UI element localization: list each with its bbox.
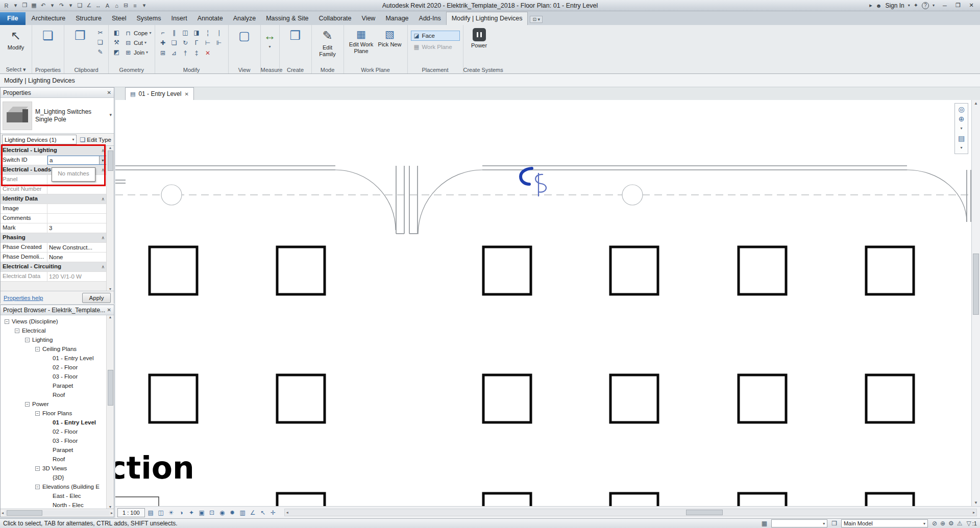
scroll-left-icon[interactable]: ◂ — [2, 511, 4, 515]
trim-extend-multiple-icon[interactable]: ⊩ — [214, 38, 224, 47]
project-browser-header[interactable]: Project Browser - Elektrik_Template... ✕ — [1, 305, 114, 315]
match-type-icon[interactable]: ✎ — [95, 47, 105, 57]
canvas-vertical-scrollbar[interactable]: ▲ ▼ — [971, 100, 980, 506]
type-selector-dropdown-icon[interactable]: ▾ — [109, 112, 112, 117]
properties-close-icon[interactable]: ✕ — [107, 90, 111, 95]
view-scale-button[interactable]: 1 : 100 — [117, 508, 145, 517]
scroll-up-icon[interactable]: ▲ — [109, 315, 112, 319]
scroll-down-icon[interactable]: ▼ — [109, 287, 112, 291]
property-row[interactable]: Phasing ▾ ∧ — [1, 233, 107, 243]
reveal-hidden-elements-icon[interactable]: ✹ — [228, 508, 237, 517]
property-row[interactable]: Switch ID a▾ ∧ — [1, 156, 107, 165]
scrollbar-thumb[interactable] — [108, 150, 113, 171]
property-row[interactable]: Comments ▾ ∧ — [1, 214, 107, 223]
design-option-select[interactable]: Main Model ▾ — [841, 519, 928, 527]
warnings-icon[interactable]: ⚠ — [957, 520, 963, 527]
property-row[interactable]: Electrical - Circuiting ▾ ∧ — [1, 262, 107, 272]
scrollbar-thumb[interactable] — [686, 510, 723, 515]
tree-item[interactable]: 03 - Floor — [1, 372, 114, 381]
join-button[interactable]: ⊞ Join ▾ — [124, 47, 152, 57]
property-row[interactable]: Electrical - Lighting ▾ ∧ — [1, 146, 107, 156]
revit-menu-icon[interactable]: R — [2, 1, 11, 10]
demolish-icon[interactable]: ⚒ — [112, 38, 121, 47]
tree-item[interactable]: − Lighting — [1, 335, 114, 344]
show-crop-region-icon[interactable]: ⊡ — [207, 508, 217, 517]
views-dropdown-icon[interactable]: ▾ — [960, 144, 962, 152]
sign-in-button[interactable]: Sign In — [885, 2, 904, 9]
property-row[interactable]: Phase Demoli... None▾ ∧ — [1, 253, 107, 262]
unpin-icon[interactable]: ‡ — [192, 48, 202, 58]
delete-icon[interactable]: ✕ — [203, 48, 213, 58]
ribbon-tab[interactable]: Annotate — [192, 12, 228, 25]
tree-item[interactable]: − 3D Views — [1, 464, 114, 473]
tree-item[interactable]: {3D} — [1, 473, 114, 482]
background-processes-icon[interactable]: ⚙ — [948, 520, 954, 527]
drawing-area[interactable]: ction ◎⊕▾▤▾ — [115, 100, 971, 506]
tree-item[interactable]: 02 - Floor — [1, 427, 114, 436]
ribbon-tab[interactable]: Steel — [107, 12, 132, 25]
trim-extend-single-icon[interactable]: ⊢ — [203, 38, 213, 47]
navigation-wheel-icon[interactable]: ◎ — [958, 105, 964, 113]
undo-dropdown-icon[interactable]: ▾ — [48, 1, 57, 10]
help-icon[interactable]: ? — [922, 2, 929, 9]
tree-expander-icon[interactable]: − — [35, 411, 40, 416]
panel-label-properties[interactable]: Properties — [32, 67, 64, 73]
properties-help-link[interactable]: Properties help — [4, 295, 43, 301]
app-store-icon[interactable]: ✦ — [914, 2, 918, 9]
temporary-hide-isolate-icon[interactable]: ◉ — [217, 508, 227, 517]
close-button[interactable]: ✕ — [965, 1, 978, 10]
tree-item[interactable]: Roof — [1, 455, 114, 464]
canvas-horizontal-scrollbar[interactable]: ◂ ▸ — [284, 509, 977, 516]
array-icon[interactable]: ⊞ — [158, 48, 168, 58]
tree-item[interactable]: − Power — [1, 399, 114, 409]
split-with-gap-icon[interactable]: ∣ — [214, 28, 224, 37]
selection-box-button[interactable]: ▢ — [232, 27, 257, 44]
design-options-icon[interactable]: ❒ — [831, 520, 837, 527]
property-row[interactable]: Phase Created New Construct...▾ ∧ — [1, 243, 107, 253]
tree-expander-icon[interactable]: − — [35, 347, 40, 351]
type-selector[interactable]: M_Lighting Switches Single Pole ▾ — [1, 98, 114, 134]
ribbon-tab[interactable]: Massing & Site — [261, 12, 313, 25]
scroll-right-icon[interactable]: ▸ — [111, 511, 113, 515]
property-row[interactable]: Electrical Data 120 V/1-0 W▾ ∧ — [1, 272, 107, 282]
rotate-icon[interactable]: ↻ — [181, 38, 190, 47]
create-similar-button[interactable]: ❒ — [283, 27, 308, 44]
aligned-dimension-icon[interactable]: ↔ — [94, 1, 103, 10]
ribbon-tab[interactable]: Architecture — [27, 12, 71, 25]
mirror-pick-axis-icon[interactable]: ◫ — [181, 28, 190, 37]
project-browser-close-icon[interactable]: ✕ — [107, 307, 111, 313]
views-icon[interactable]: ▤ — [958, 134, 965, 142]
browser-horizontal-scrollbar[interactable]: ◂ ▸ — [1, 509, 114, 517]
tree-expander-icon[interactable]: − — [5, 319, 9, 324]
ribbon-tab[interactable]: Add-Ins — [414, 12, 446, 25]
tree-item[interactable]: Roof — [1, 390, 114, 399]
panel-label-measure[interactable]: Measure — [261, 67, 279, 73]
panel-label-work-plane[interactable]: Work Plane — [344, 67, 407, 73]
ribbon-tab[interactable]: File — [0, 12, 26, 25]
property-row[interactable]: Identity Data ▾ ∧ — [1, 194, 107, 204]
ribbon-tab[interactable]: View — [357, 12, 381, 25]
paste-button[interactable]: ❐ — [67, 27, 93, 44]
cut-geometry-button[interactable]: ⊟ Cut ▾ — [124, 38, 152, 47]
help-dropdown-icon[interactable]: ▾ — [933, 3, 935, 8]
placement-work-plane-option[interactable]: ▦ Work Plane — [411, 42, 460, 52]
copy-to-clipboard-icon[interactable]: ❏ — [95, 38, 105, 47]
switch-id-dropdown-icon[interactable]: ▾ — [99, 156, 106, 164]
tree-expander-icon[interactable]: − — [35, 485, 40, 489]
ribbon-tab[interactable]: Systems — [131, 12, 166, 25]
panel-label-select[interactable]: Select ▾ — [0, 66, 32, 73]
copy-icon[interactable]: ❏ — [169, 38, 179, 47]
save-icon[interactable]: ▦ — [30, 1, 38, 10]
tree-item[interactable]: − Electrical — [1, 326, 114, 335]
press-drag-icon[interactable]: ⊕ — [940, 520, 945, 527]
tree-item[interactable]: Parapet — [1, 445, 114, 455]
ribbon-state-toggle[interactable]: ⊡ ▾ — [530, 16, 543, 23]
menu-arrow-icon[interactable]: ▾ — [11, 1, 20, 10]
ribbon-tab[interactable]: Analyze — [228, 12, 261, 25]
tree-expander-icon[interactable]: − — [25, 338, 30, 342]
switch-id-dropdown-list[interactable]: No matches — [52, 167, 95, 182]
qat-customize-icon[interactable]: ▾ — [140, 1, 149, 10]
scroll-up-icon[interactable]: ▲ — [109, 146, 112, 149]
split-face-icon[interactable]: ◩ — [112, 47, 121, 57]
detail-level-icon[interactable]: ▤ — [146, 508, 156, 517]
